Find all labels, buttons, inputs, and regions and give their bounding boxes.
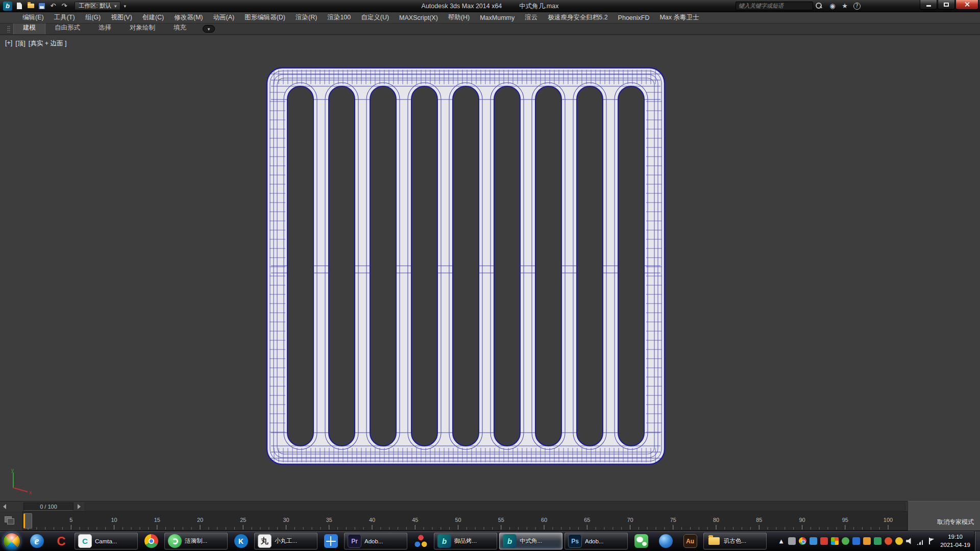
ribbon-grip-icon[interactable]: [7, 26, 10, 33]
tray-action-center-flag-icon[interactable]: [927, 537, 935, 545]
tray-green-shield-icon[interactable]: [874, 537, 881, 545]
wireframe-model[interactable]: [0, 35, 980, 501]
taskbar-app-label: 玑古色...: [724, 537, 746, 545]
svg-text:25: 25: [240, 517, 246, 523]
taskbar-photoshop[interactable]: PsAdob...: [565, 533, 628, 549]
show-desktop-button[interactable]: [974, 531, 980, 551]
menu-item-10[interactable]: 自定义(U): [356, 12, 394, 23]
taskbar-blue-grid-app[interactable]: [320, 533, 342, 550]
ribbon-tab-1[interactable]: 自由形式: [45, 22, 89, 34]
ribbon-minimize-toggle[interactable]: ▾: [203, 25, 215, 33]
menu-item-13[interactable]: MaxMummy: [475, 12, 520, 23]
taskbar-color-dots-app[interactable]: [409, 533, 432, 550]
menu-item-17[interactable]: Max 杀毒卫士: [654, 12, 704, 23]
communication-center-icon[interactable]: ◉: [828, 2, 837, 11]
tray-blue-app-icon[interactable]: [810, 537, 817, 545]
menu-item-14[interactable]: 渲云: [520, 12, 543, 23]
tray-yellow-app-icon[interactable]: [895, 537, 903, 545]
time-slider-handle[interactable]: [23, 513, 32, 529]
workspace-dropdown[interactable]: 工作区: 默认 ▾: [75, 2, 120, 10]
save-file-icon[interactable]: [38, 2, 46, 10]
menu-item-0[interactable]: 编辑(E): [17, 12, 49, 23]
menu-item-9[interactable]: 渲染100: [322, 12, 356, 23]
favorites-star-icon[interactable]: ★: [840, 2, 849, 11]
menu-item-1[interactable]: 工具(T): [49, 12, 80, 23]
cancel-expert-mode-button[interactable]: 取消专家模式: [935, 517, 976, 528]
tray-orange-app-icon[interactable]: [863, 537, 871, 545]
search-input[interactable]: [736, 2, 813, 10]
previous-frame-button[interactable]: [1, 503, 8, 510]
menu-item-7[interactable]: 图形编辑器(D): [239, 12, 290, 23]
track-bar[interactable]: [85, 503, 905, 511]
help-icon[interactable]: ?: [852, 2, 862, 11]
taskbar-folder-window[interactable]: 玑古色...: [703, 533, 767, 549]
search-icon[interactable]: [815, 2, 822, 9]
menu-item-4[interactable]: 创建(C): [137, 12, 169, 23]
max-icon: b: [437, 534, 451, 548]
qat-customize-chevron-icon[interactable]: ▾: [124, 4, 126, 9]
ribbon-tab-3[interactable]: 对象绘制: [120, 22, 164, 34]
time-display[interactable]: 0 / 100: [23, 503, 74, 511]
folder-icon: [707, 534, 721, 548]
taskbar-app-label: Adob...: [585, 538, 603, 544]
tray-redorange-app-icon[interactable]: [885, 537, 892, 545]
taskbar-premiere[interactable]: PrAdob...: [344, 533, 407, 549]
minimize-button[interactable]: [920, 0, 937, 10]
tray-green-app-icon[interactable]: [842, 537, 849, 545]
viewport-shading-label[interactable]: [真实 + 边面 ]: [29, 39, 67, 48]
tray-colorful-app-icon[interactable]: [831, 537, 839, 545]
ribbon-tab-0[interactable]: 建模: [13, 22, 45, 34]
menu-item-12[interactable]: 帮助(H): [443, 12, 475, 23]
taskbar-blue-browser[interactable]: [654, 533, 677, 550]
menu-item-2[interactable]: 组(G): [80, 12, 106, 23]
taskbar-internet-explorer[interactable]: e: [26, 533, 48, 550]
camtasia-icon: C: [78, 534, 92, 548]
next-frame-button[interactable]: [76, 503, 83, 510]
taskbar-green-app[interactable]: 涟漪制...: [164, 533, 228, 549]
start-button[interactable]: [3, 533, 20, 550]
taskbar-clock[interactable]: 19:10 2021-04-19: [940, 533, 970, 549]
taskbar-audition[interactable]: Au: [679, 533, 701, 550]
chrome-icon: [144, 534, 158, 548]
app-logo-icon[interactable]: b: [3, 2, 12, 11]
tray-tv-app-icon[interactable]: [852, 537, 860, 545]
undo-icon[interactable]: ↶: [49, 2, 57, 10]
tray-red-app-icon[interactable]: [820, 537, 828, 545]
menu-item-11[interactable]: MAXScript(X): [394, 12, 443, 23]
timeline-ruler[interactable]: 5101520253035404550556065707580859095100: [22, 511, 908, 531]
taskbar-chrome[interactable]: [140, 533, 162, 550]
taskbar-camtasia[interactable]: CCamta...: [75, 533, 138, 549]
taskbar-apps: eCCCamta...涟漪制...K丸小丸工...PrAdob...b御品烤..…: [0, 531, 767, 551]
menu-item-5[interactable]: 修改器(M): [169, 12, 208, 23]
close-button[interactable]: [955, 0, 978, 10]
ribbon-tab-4[interactable]: 填充: [164, 22, 195, 34]
tray-device-icon[interactable]: [788, 537, 796, 545]
viewport-view-label[interactable]: [顶]: [15, 39, 25, 48]
tray-volume-icon[interactable]: [906, 537, 914, 545]
taskbar-xiaowan-toolbox[interactable]: 丸小丸工...: [254, 533, 317, 549]
mini-track-bar-icon[interactable]: [5, 516, 14, 524]
redo-icon[interactable]: ↷: [60, 2, 68, 10]
ribbon-tabs: 建模自由形式选择对象绘制填充: [13, 22, 195, 34]
taskbar-red-c-app[interactable]: C: [50, 533, 72, 550]
menu-item-16[interactable]: PhoenixFD: [613, 12, 655, 23]
tray-chrome-icon[interactable]: [799, 537, 806, 545]
open-file-icon[interactable]: [27, 2, 35, 10]
taskbar-wechat[interactable]: [630, 533, 652, 550]
svg-text:95: 95: [842, 517, 848, 523]
maximize-button[interactable]: [938, 0, 955, 10]
ribbon-tab-2[interactable]: 选择: [89, 22, 120, 34]
taskbar-max-zhongshi[interactable]: b中式角...: [499, 533, 562, 549]
tray-hidden-icons-chevron[interactable]: ▲: [777, 537, 785, 545]
taskbar-keyshot[interactable]: K: [230, 533, 252, 550]
taskbar-max-yupin[interactable]: b御品烤...: [434, 533, 497, 549]
tray-network-icon[interactable]: [917, 537, 924, 545]
menu-item-8[interactable]: 渲染(R): [290, 12, 322, 23]
menu-item-3[interactable]: 视图(V): [106, 12, 137, 23]
viewport[interactable]: [+] [顶] [真实 + 边面 ] y x: [0, 35, 980, 501]
new-scene-icon[interactable]: [15, 2, 23, 10]
svg-text:y: y: [11, 467, 14, 473]
menu-item-15[interactable]: 极速瘦身安全归档5.2: [543, 12, 612, 23]
menu-item-6[interactable]: 动画(A): [208, 12, 239, 23]
viewport-menu-plus[interactable]: [+]: [5, 39, 12, 48]
